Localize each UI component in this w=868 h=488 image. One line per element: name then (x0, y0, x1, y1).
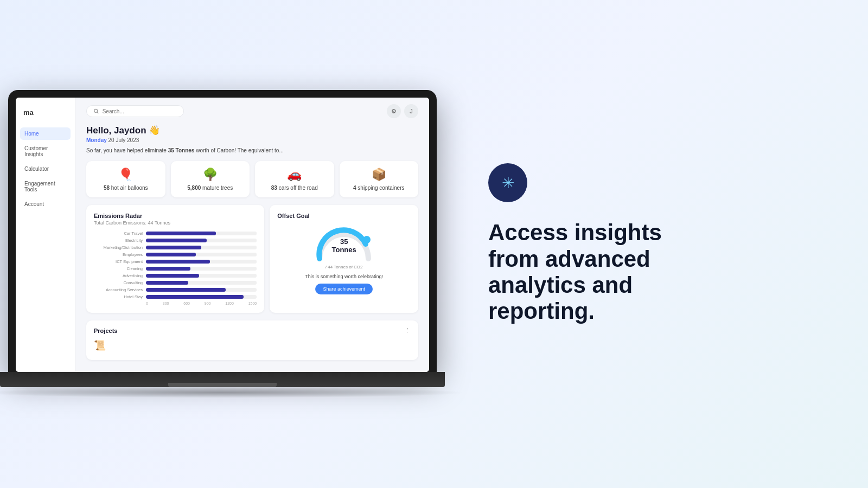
laptop-screen: ma Home Customer Insights Calculator Eng… (8, 90, 437, 372)
bar-track (146, 246, 257, 249)
sidebar-item-customer-insights[interactable]: Customer Insights (20, 142, 71, 160)
sidebar-item-home[interactable]: Home (20, 127, 71, 140)
gauge-container: 35 Tonnes (314, 223, 374, 261)
sidebar-item-engagement[interactable]: Engagement Tools (20, 177, 71, 196)
bar-fill (146, 274, 199, 278)
bar-fill (146, 267, 190, 271)
projects-more-icon[interactable]: ⋮ (405, 327, 411, 334)
day-label: Monday (86, 137, 107, 143)
laptop-device: ma Home Customer Insights Calculator Eng… (0, 0, 445, 488)
stat-card-balloons: 🎈 58 hot air balloons (86, 161, 165, 197)
search-input[interactable] (103, 108, 177, 114)
bar-fill (146, 288, 226, 292)
stat-card-containers: 📦 4 shipping containers (340, 161, 419, 197)
bar-row-hotel: Hotel Stay (94, 294, 257, 299)
date-label: 20 July 2023 (108, 137, 139, 143)
bar-row-employees: Employees (94, 252, 257, 257)
bar-label: Electricity (94, 238, 143, 243)
search-icon (93, 108, 99, 114)
share-achievement-button[interactable]: Share achievement (315, 284, 373, 294)
tree-icon: 🌳 (176, 168, 245, 182)
bar-fill (146, 295, 244, 299)
bar-row-car-travel: Car Travel (94, 231, 257, 236)
greeting-text: Hello, Jaydon 👋 (86, 125, 418, 136)
settings-icon-btn[interactable]: ⚙ (387, 104, 401, 118)
bar-label: Consulting (94, 280, 143, 285)
tonnes-value: 35 Tonnes (168, 147, 195, 153)
date-line: Monday 20 July 2023 (86, 137, 418, 143)
svg-point-2 (363, 236, 371, 243)
stat-card-trees: 🌳 5,800 mature trees (171, 161, 250, 197)
container-icon: 📦 (345, 168, 413, 182)
axis-900: 900 (205, 301, 211, 305)
app-window: ma Home Customer Insights Calculator Eng… (16, 98, 429, 372)
emissions-subtitle: Total Carbon Emissions: 44 Tonnes (94, 220, 257, 226)
bar-fill (146, 253, 196, 256)
bar-track (146, 288, 257, 292)
offset-title: Offset Goal (277, 213, 309, 219)
user-avatar-btn[interactable]: J (404, 104, 418, 118)
axis-1200: 1200 (225, 301, 234, 305)
sidebar: ma Home Customer Insights Calculator Eng… (16, 98, 75, 372)
bar-track (146, 281, 257, 285)
bar-label: ICT Equipment (94, 259, 143, 264)
balloon-value: 58 hot air balloons (92, 185, 160, 191)
projects-card: Projects ⋮ 📜 (86, 320, 418, 360)
right-panel: ✳ Access insights from advanced analytic… (445, 131, 868, 357)
bar-track (146, 260, 257, 264)
bar-track (146, 232, 257, 235)
brand-logo-icon: ✳ (502, 174, 514, 192)
car-icon: 🚗 (260, 168, 329, 182)
bar-row-marketing: Marketing/Distribution (94, 245, 257, 250)
bar-label: Car Travel (94, 231, 143, 236)
axis-0: 0 (146, 301, 148, 305)
bar-track (146, 239, 257, 242)
bar-fill (146, 239, 207, 242)
sidebar-item-account[interactable]: Account (20, 198, 71, 210)
axis-300: 300 (163, 301, 169, 305)
sidebar-item-calculator[interactable]: Calculator (20, 163, 71, 175)
axis-1500: 1500 (248, 301, 257, 305)
laptop-base (0, 372, 445, 387)
emissions-card: Emissions Radar Total Carbon Emissions: … (86, 205, 264, 313)
emissions-title: Emissions Radar (94, 213, 257, 219)
svg-line-1 (97, 112, 98, 113)
stats-row: 🎈 58 hot air balloons 🌳 5,800 mature tre… (86, 161, 418, 197)
bar-fill (146, 281, 188, 285)
bar-row-ict: ICT Equipment (94, 259, 257, 264)
bar-label: Cleaning (94, 266, 143, 271)
projects-title: Projects (94, 328, 117, 334)
search-bar[interactable] (86, 105, 184, 117)
offset-card: Offset Goal (270, 205, 418, 313)
bar-label: Marketing/Distribution (94, 245, 143, 250)
sidebar-logo: ma (20, 108, 71, 125)
charts-row: Emissions Radar Total Carbon Emissions: … (86, 205, 418, 313)
bar-label: Hotel Stay (94, 294, 143, 299)
bar-track (146, 253, 257, 256)
bar-fill (146, 246, 201, 249)
cars-value: 83 cars off the road (260, 185, 329, 191)
top-bar: ⚙ J (75, 98, 429, 125)
bar-label: Accounting Services (94, 287, 143, 292)
project-icon: 📜 (94, 339, 106, 351)
laptop-shadow (0, 387, 467, 398)
bar-label: Employees (94, 252, 143, 257)
gauge-sub: / 44 Tonnes of CO2 (326, 265, 363, 269)
brand-icon: ✳ (488, 163, 527, 202)
trees-value: 5,800 mature trees (176, 185, 245, 191)
bar-fill (146, 232, 216, 235)
gauge-center-text: 35 Tonnes (329, 237, 359, 254)
bar-track (146, 295, 257, 299)
page-body: Hello, Jaydon 👋 Monday 20 July 2023 So f… (75, 125, 429, 371)
bar-row-cleaning: Cleaning (94, 266, 257, 271)
bar-row-electricity: Electricity (94, 238, 257, 243)
project-item: 📜 (94, 337, 411, 354)
balloon-icon: 🎈 (92, 168, 160, 182)
bar-axis: 0 300 600 900 1200 1500 (94, 301, 257, 305)
tagline-text: Access insights from advanced analytics … (488, 220, 716, 324)
projects-header: Projects ⋮ (94, 327, 411, 334)
stat-card-cars: 🚗 83 cars off the road (255, 161, 334, 197)
main-content: ⚙ J Hello, Jaydon 👋 Monday 20 July 2023 … (75, 98, 429, 372)
top-bar-right: ⚙ J (387, 104, 418, 118)
bar-row-consulting: Consulting (94, 280, 257, 285)
